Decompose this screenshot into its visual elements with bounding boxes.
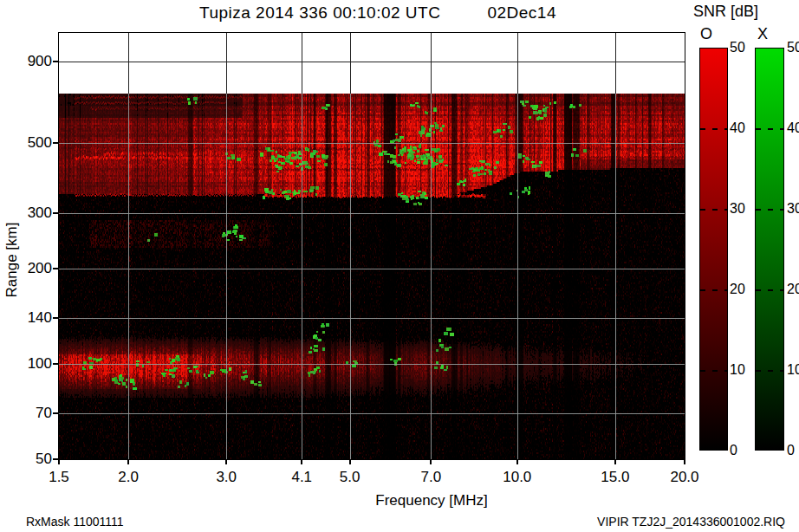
- chart-title: Tupiza 2014 336 00:10:02 UTC 02Dec14: [199, 3, 556, 23]
- y-tick-mark: [53, 212, 58, 214]
- chart-date-label: 02Dec14: [487, 3, 556, 23]
- x-tick-mark: [127, 459, 129, 464]
- y-tick-label: 50: [12, 451, 52, 467]
- y-tick-mark: [53, 142, 58, 144]
- x-axis-label: Frequency [MHz]: [302, 492, 562, 509]
- o-colorbar-tick-label: 50: [730, 41, 745, 55]
- colorbar-tick-dash: [756, 370, 783, 372]
- x-tick-label: 2.0: [107, 469, 149, 486]
- plot-frame: [58, 32, 685, 460]
- colorbar-tick-dash: [756, 209, 783, 211]
- x-mode-label: X: [757, 25, 768, 43]
- y-tick-label: 500: [12, 135, 52, 151]
- x-tick-label: 4.1: [281, 469, 322, 486]
- x-colorbar-tick-label: 0: [787, 444, 795, 457]
- ionogram-heatmap-canvas: [59, 33, 685, 459]
- snr-colorbar: SNR [dB] O X 5050404030302020101000: [689, 0, 799, 468]
- x-tick-mark: [58, 459, 60, 464]
- y-tick-mark: [53, 363, 58, 365]
- x-tick-label: 20.0: [664, 469, 705, 486]
- x-tick-label: 7.0: [410, 469, 451, 486]
- y-tick-label: 900: [12, 54, 52, 69]
- colorbar-tick-dash: [700, 209, 727, 211]
- o-colorbar-tick-label: 30: [730, 202, 745, 216]
- x-tick-label: 3.0: [205, 469, 247, 486]
- x-colorbar-tick-label: 50: [787, 41, 799, 55]
- y-tick-mark: [53, 317, 58, 319]
- ionogram-figure: Tupiza 2014 336 00:10:02 UTC 02Dec14 1.5…: [0, 0, 799, 532]
- y-tick-mark: [53, 458, 58, 460]
- x-tick-mark: [516, 459, 518, 464]
- x-tick-mark: [614, 459, 616, 464]
- y-tick-mark: [53, 61, 58, 62]
- o-colorbar-tick-label: 40: [730, 121, 745, 135]
- filename-text: VIPIR TZJ2J_2014336001002.RIQ: [433, 515, 785, 529]
- y-tick-label: 70: [12, 405, 52, 421]
- y-tick-mark: [53, 268, 58, 269]
- x-colorbar-tick-label: 40: [787, 121, 799, 135]
- colorbar-tick-dash: [700, 370, 727, 372]
- x-tick-label: 10.0: [497, 469, 538, 486]
- x-tick-mark: [349, 459, 351, 464]
- x-colorbar-tick-label: 10: [787, 363, 799, 377]
- y-axis-label: Range [km]: [3, 217, 21, 303]
- colorbar-tick-dash: [756, 128, 783, 130]
- o-mode-colorbar: [699, 48, 728, 451]
- o-colorbar-tick-label: 0: [730, 444, 737, 457]
- y-tick-label: 100: [12, 356, 52, 372]
- x-tick-mark: [430, 459, 432, 464]
- rxmask-text: RxMask 11001111: [26, 515, 124, 529]
- o-colorbar-tick-label: 20: [730, 282, 745, 296]
- colorbar-tick-dash: [756, 289, 783, 291]
- o-colorbar-tick-label: 10: [730, 363, 745, 377]
- x-mode-colorbar: [755, 48, 784, 451]
- x-tick-label: 5.0: [329, 469, 371, 486]
- colorbar-title: SNR [dB]: [693, 3, 758, 21]
- x-tick-mark: [684, 459, 685, 464]
- colorbar-tick-dash: [700, 128, 727, 130]
- x-tick-mark: [225, 459, 227, 464]
- y-tick-label: 140: [12, 310, 52, 326]
- x-tick-mark: [301, 459, 302, 464]
- x-tick-label: 15.0: [594, 469, 636, 486]
- y-tick-mark: [53, 412, 58, 414]
- o-mode-label: O: [700, 25, 712, 43]
- x-colorbar-tick-label: 20: [787, 282, 799, 296]
- x-colorbar-tick-label: 30: [787, 202, 799, 216]
- colorbar-tick-dash: [700, 289, 727, 291]
- x-tick-label: 1.5: [38, 469, 80, 486]
- chart-title-text: Tupiza 2014 336 00:10:02 UTC: [199, 3, 440, 23]
